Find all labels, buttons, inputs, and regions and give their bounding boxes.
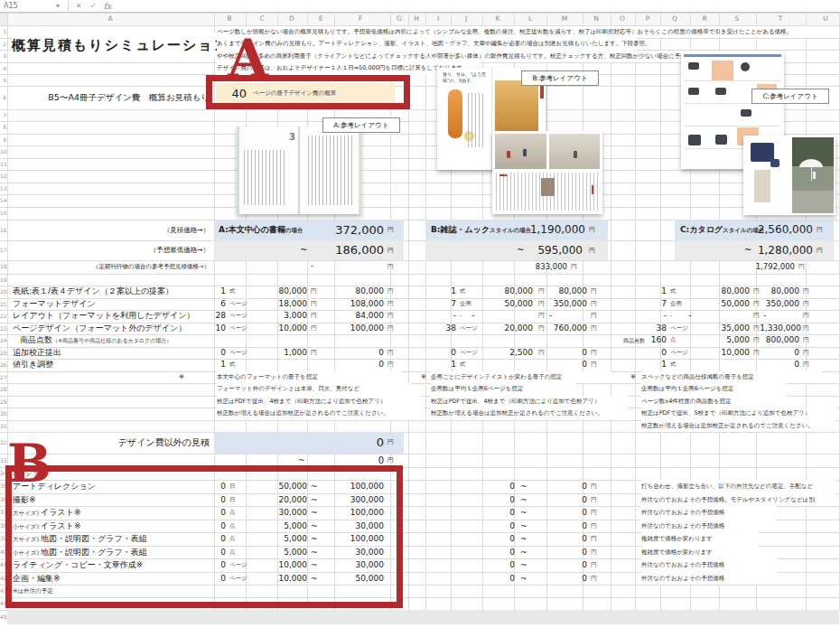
estimate-c-min-price[interactable]: 1,280,000: [712, 240, 813, 260]
cell[interactable]: 7: [422, 298, 456, 311]
note-b-4[interactable]: 校正数が増える場合は追加校正が足されるのでご注意ください。: [431, 408, 628, 420]
note-c-5[interactable]: 校正数が増える場合は追加校正が足されるのでご注意ください。: [641, 420, 835, 433]
option-note-7[interactable]: 外注なのでおおよその予想価格: [641, 558, 777, 572]
note-a-4[interactable]: 校正数が増える場合は追加校正が足されるのでご注意ください。: [217, 408, 423, 420]
cell[interactable]: ※: [630, 371, 641, 384]
cell[interactable]: 円: [803, 298, 812, 311]
cell[interactable]: 円: [591, 546, 602, 559]
cell[interactable]: 式: [229, 359, 266, 371]
column-header-T[interactable]: T: [771, 13, 789, 25]
row-header-15[interactable]: 15: [0, 207, 6, 220]
select-all-corner[interactable]: [0, 13, 7, 25]
column-header-O[interactable]: O: [613, 13, 631, 25]
cell[interactable]: 0: [549, 359, 587, 371]
cell[interactable]: 円: [591, 506, 602, 520]
row-header-11[interactable]: 11: [0, 158, 6, 171]
cell[interactable]: 円: [591, 310, 600, 323]
row-header-8[interactable]: 8: [0, 121, 6, 134]
column-header-I[interactable]: I: [429, 13, 447, 25]
column-header-B[interactable]: B: [220, 13, 238, 25]
cell[interactable]: ~: [520, 480, 531, 493]
cell[interactable]: 円: [591, 493, 602, 507]
estimate-b-price[interactable]: 1,190,000: [484, 220, 585, 241]
cell[interactable]: 10: [185, 323, 226, 335]
cell[interactable]: 円: [591, 347, 600, 360]
cell[interactable]: 0: [322, 359, 384, 371]
ref-label-c[interactable]: C:参考レイアウト: [751, 89, 829, 104]
cell[interactable]: 1,000: [244, 347, 307, 360]
cell[interactable]: 円: [591, 520, 602, 533]
estimate-price-label[interactable]: （見積価格→）: [7, 220, 210, 241]
cell[interactable]: 80,000: [686, 286, 750, 298]
option-note-3[interactable]: 外注なのでおおよその予想価格: [641, 506, 777, 520]
cell[interactable]: 84,000: [322, 310, 384, 323]
column-header-S[interactable]: S: [728, 13, 746, 25]
sheet-title[interactable]: 概算見積もりシミュレーション: [12, 33, 218, 58]
cell[interactable]: -: [763, 310, 772, 323]
cell[interactable]: 0: [553, 480, 587, 493]
header-note-2[interactable]: あくまでデザイン費のみの見積もり。アートディレクション、撮影、イラスト、地図・グ…: [217, 38, 637, 51]
row-header-23[interactable]: 23: [0, 323, 6, 335]
row-header-12[interactable]: 12: [0, 170, 6, 183]
cell[interactable]: 3,000: [244, 310, 307, 323]
cell[interactable]: 円: [817, 240, 831, 260]
column-header-F[interactable]: F: [351, 13, 369, 25]
enter-icon[interactable]: ✓: [86, 2, 100, 10]
row-label-cover-design[interactable]: 表紙:表１/表４デザイン（２案以上の提案）: [13, 286, 211, 298]
cell[interactable]: 1: [632, 359, 667, 371]
cell[interactable]: 1: [422, 359, 456, 371]
column-header-A[interactable]: A: [101, 13, 119, 25]
note-b-2[interactable]: 企画数は平均１企画6ページを想定: [431, 383, 575, 396]
cell[interactable]: 式: [670, 359, 701, 371]
row-header-5[interactable]: 5: [0, 74, 6, 86]
cell[interactable]: 50,000: [470, 298, 533, 311]
cell[interactable]: 35,000: [686, 323, 750, 335]
cell[interactable]: 円: [387, 347, 397, 360]
row-header-29[interactable]: 29: [0, 396, 6, 408]
note-c-4[interactable]: 校正はPDFで提出、5校まで（印刷方法により追加で色校アリ）: [641, 408, 835, 420]
cell[interactable]: 円: [798, 260, 811, 274]
column-header-D[interactable]: D: [283, 13, 301, 25]
row-header-6[interactable]: 6: [0, 86, 6, 109]
note-b-3[interactable]: 校正はPDFで提出、4校まで（印刷方法により追加で色校アリ）: [431, 396, 628, 408]
non-design-estimate-value[interactable]: 0: [343, 432, 384, 454]
cell[interactable]: 0: [549, 347, 587, 360]
row-header-45[interactable]: 45: [0, 610, 6, 623]
cell[interactable]: 0: [481, 506, 515, 520]
cell[interactable]: 0: [632, 347, 667, 360]
column-header-N[interactable]: N: [587, 13, 605, 25]
row-label-extra-proof[interactable]: 追加校正提出: [13, 347, 148, 360]
column-header-E[interactable]: E: [312, 13, 330, 25]
cell[interactable]: 円: [591, 286, 600, 298]
cell[interactable]: 80,000: [761, 286, 799, 298]
cell[interactable]: 円: [387, 298, 397, 311]
cell[interactable]: 円: [387, 310, 397, 323]
cell[interactable]: 円: [387, 432, 402, 454]
name-box-dropdown-icon[interactable]: ▾: [51, 2, 65, 10]
row-header-16[interactable]: 16: [0, 220, 6, 241]
row-header-25[interactable]: 25: [0, 347, 6, 360]
cell[interactable]: 38: [422, 323, 456, 335]
cancel-icon[interactable]: ✕: [71, 2, 86, 10]
row-header-30[interactable]: 30: [0, 408, 6, 420]
cell[interactable]: 0: [553, 546, 587, 559]
cell[interactable]: 0: [553, 532, 587, 546]
cell[interactable]: 1: [632, 286, 667, 298]
cell[interactable]: 円: [803, 359, 812, 371]
row-header-14[interactable]: 14: [0, 194, 6, 207]
cell[interactable]: 0: [481, 572, 515, 586]
cell[interactable]: 350,000: [761, 298, 799, 311]
cell[interactable]: 円: [311, 347, 320, 360]
cell[interactable]: 0: [481, 558, 515, 572]
estimate-a-price[interactable]: 372,000: [271, 220, 384, 241]
cell[interactable]: 28: [185, 310, 226, 323]
cell[interactable]: 800,000: [761, 334, 799, 347]
row-header-17[interactable]: 17: [0, 240, 6, 260]
estimate-b-periodical-price[interactable]: 833,000: [484, 260, 567, 274]
name-box[interactable]: A15: [0, 2, 51, 10]
cell[interactable]: 円: [571, 260, 583, 274]
cell[interactable]: 10,000: [244, 323, 307, 335]
row-label-page-design[interactable]: ページデザイン（フォーマット外のデザイン）: [13, 323, 211, 335]
cell[interactable]: 38: [632, 323, 667, 335]
cell[interactable]: ~: [520, 493, 531, 507]
